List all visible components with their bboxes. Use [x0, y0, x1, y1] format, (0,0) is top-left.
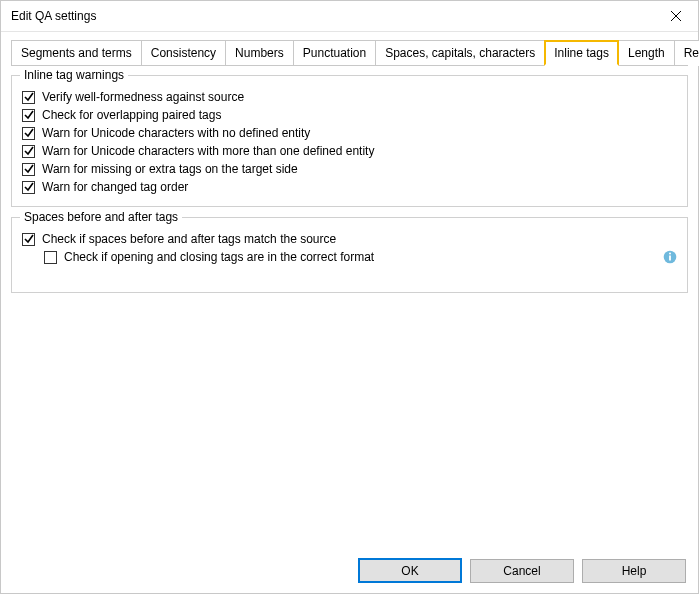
- checkbox-label: Check if spaces before and after tags ma…: [42, 232, 336, 246]
- info-icon[interactable]: [663, 250, 677, 264]
- checkbox[interactable]: [22, 181, 35, 194]
- checkbox[interactable]: [22, 233, 35, 246]
- checkbox-label: Warn for Unicode characters with more th…: [42, 144, 374, 158]
- check-verify-wellformedness[interactable]: Verify well-formedness against source: [22, 90, 677, 104]
- check-unicode-no-entity[interactable]: Warn for Unicode characters with no defi…: [22, 126, 677, 140]
- tab-regex[interactable]: Regex: [674, 40, 699, 66]
- tab-numbers[interactable]: Numbers: [225, 40, 294, 66]
- tab-spaces-capitals-characters[interactable]: Spaces, capitals, characters: [375, 40, 545, 66]
- svg-rect-3: [669, 256, 671, 261]
- checkbox-label: Check for overlapping paired tags: [42, 108, 221, 122]
- checkbox-label: Warn for Unicode characters with no defi…: [42, 126, 310, 140]
- checkbox-label: Warn for missing or extra tags on the ta…: [42, 162, 298, 176]
- tab-inline-tags[interactable]: Inline tags: [544, 40, 619, 66]
- checkbox[interactable]: [22, 91, 35, 104]
- tab-content: Inline tag warnings Verify well-formedne…: [1, 67, 698, 548]
- close-button[interactable]: [654, 1, 698, 31]
- cancel-button[interactable]: Cancel: [470, 559, 574, 583]
- tab-punctuation[interactable]: Punctuation: [293, 40, 376, 66]
- check-spaces-match-source[interactable]: Check if spaces before and after tags ma…: [22, 232, 677, 246]
- tab-length[interactable]: Length: [618, 40, 675, 66]
- group-spaces-before-after-tags: Spaces before and after tags Check if sp…: [11, 217, 688, 293]
- titlebar: Edit QA settings: [1, 1, 698, 32]
- tab-consistency[interactable]: Consistency: [141, 40, 226, 66]
- checkbox-label: Check if opening and closing tags are in…: [64, 250, 374, 264]
- check-opening-closing-format[interactable]: Check if opening and closing tags are in…: [44, 250, 677, 264]
- tab-strip: Segments and terms Consistency Numbers P…: [11, 40, 688, 66]
- group-inline-tag-warnings: Inline tag warnings Verify well-formedne…: [11, 75, 688, 207]
- checkbox[interactable]: [22, 145, 35, 158]
- checkbox[interactable]: [44, 251, 57, 264]
- close-icon: [671, 11, 681, 21]
- group-title: Spaces before and after tags: [20, 210, 182, 224]
- tab-segments-and-terms[interactable]: Segments and terms: [11, 40, 142, 66]
- ok-button[interactable]: OK: [358, 558, 462, 583]
- checkbox[interactable]: [22, 163, 35, 176]
- checkbox[interactable]: [22, 127, 35, 140]
- dialog: Edit QA settings Segments and terms Cons…: [0, 0, 699, 594]
- checkbox-label: Warn for changed tag order: [42, 180, 188, 194]
- check-unicode-multi-entity[interactable]: Warn for Unicode characters with more th…: [22, 144, 677, 158]
- check-overlapping-paired-tags[interactable]: Check for overlapping paired tags: [22, 108, 677, 122]
- dialog-title: Edit QA settings: [11, 9, 96, 23]
- group-title: Inline tag warnings: [20, 68, 128, 82]
- help-button[interactable]: Help: [582, 559, 686, 583]
- check-changed-tag-order[interactable]: Warn for changed tag order: [22, 180, 677, 194]
- checkbox[interactable]: [22, 109, 35, 122]
- checkbox-label: Verify well-formedness against source: [42, 90, 244, 104]
- dialog-footer: OK Cancel Help: [1, 548, 698, 593]
- svg-point-4: [669, 253, 671, 255]
- check-missing-extra-tags[interactable]: Warn for missing or extra tags on the ta…: [22, 162, 677, 176]
